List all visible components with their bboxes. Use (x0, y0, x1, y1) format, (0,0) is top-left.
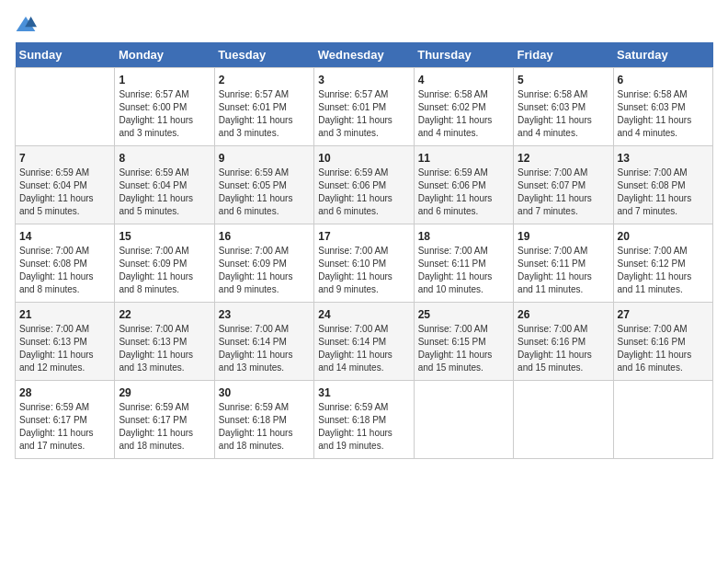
calendar-cell: 11Sunrise: 6:59 AMSunset: 6:06 PMDayligh… (414, 146, 513, 224)
day-info: Sunrise: 7:00 AMSunset: 6:07 PMDaylight:… (518, 167, 609, 218)
day-info: Sunrise: 6:58 AMSunset: 6:02 PMDaylight:… (418, 88, 509, 140)
calendar-cell: 24Sunrise: 7:00 AMSunset: 6:14 PMDayligh… (314, 303, 414, 381)
day-info: Sunrise: 7:00 AMSunset: 6:08 PMDaylight:… (19, 245, 110, 296)
calendar-cell: 26Sunrise: 7:00 AMSunset: 6:16 PMDayligh… (514, 303, 613, 381)
calendar-cell: 10Sunrise: 6:59 AMSunset: 6:06 PMDayligh… (314, 146, 414, 224)
day-number: 8 (119, 152, 210, 165)
day-info: Sunrise: 7:00 AMSunset: 6:13 PMDaylight:… (19, 323, 110, 374)
calendar-body: 1Sunrise: 6:57 AMSunset: 6:00 PMDaylight… (16, 68, 713, 459)
day-info: Sunrise: 6:59 AMSunset: 6:06 PMDaylight:… (418, 167, 509, 218)
day-info: Sunrise: 7:00 AMSunset: 6:09 PMDaylight:… (119, 245, 210, 296)
calendar-cell: 4Sunrise: 6:58 AMSunset: 6:02 PMDaylight… (414, 68, 513, 146)
day-number: 12 (518, 152, 609, 165)
day-number: 19 (518, 230, 609, 243)
calendar-cell: 15Sunrise: 7:00 AMSunset: 6:09 PMDayligh… (115, 224, 214, 303)
day-number: 18 (418, 230, 509, 243)
header (15, 15, 713, 33)
calendar-cell (514, 381, 613, 459)
calendar-header: SundayMondayTuesdayWednesdayThursdayFrid… (16, 42, 713, 68)
calendar-cell: 13Sunrise: 7:00 AMSunset: 6:08 PMDayligh… (613, 146, 712, 224)
header-day-monday: Monday (115, 42, 214, 68)
day-info: Sunrise: 7:00 AMSunset: 6:16 PMDaylight:… (618, 323, 709, 374)
day-info: Sunrise: 7:00 AMSunset: 6:14 PMDaylight:… (318, 323, 409, 374)
calendar-week-3: 14Sunrise: 7:00 AMSunset: 6:08 PMDayligh… (16, 224, 713, 303)
calendar-cell: 16Sunrise: 7:00 AMSunset: 6:09 PMDayligh… (214, 224, 313, 303)
calendar-cell (414, 381, 513, 459)
calendar-cell: 23Sunrise: 7:00 AMSunset: 6:14 PMDayligh… (214, 303, 313, 381)
day-info: Sunrise: 6:59 AMSunset: 6:06 PMDaylight:… (318, 167, 409, 218)
calendar-cell: 22Sunrise: 7:00 AMSunset: 6:13 PMDayligh… (115, 303, 214, 381)
day-number: 25 (418, 308, 509, 321)
day-number: 1 (119, 74, 210, 86)
header-day-thursday: Thursday (414, 42, 513, 68)
day-info: Sunrise: 6:57 AMSunset: 6:00 PMDaylight:… (119, 88, 210, 140)
header-day-sunday: Sunday (16, 42, 115, 68)
calendar-cell: 30Sunrise: 6:59 AMSunset: 6:18 PMDayligh… (214, 381, 313, 459)
logo-icon (15, 15, 37, 33)
day-number: 13 (618, 152, 709, 165)
calendar-cell: 19Sunrise: 7:00 AMSunset: 6:11 PMDayligh… (514, 224, 613, 303)
day-info: Sunrise: 7:00 AMSunset: 6:12 PMDaylight:… (618, 245, 709, 296)
day-number: 20 (618, 230, 709, 243)
day-number: 26 (518, 308, 609, 321)
calendar-cell: 21Sunrise: 7:00 AMSunset: 6:13 PMDayligh… (16, 303, 115, 381)
calendar-cell: 9Sunrise: 6:59 AMSunset: 6:05 PMDaylight… (214, 146, 313, 224)
day-number: 17 (318, 230, 409, 243)
calendar-cell: 29Sunrise: 6:59 AMSunset: 6:17 PMDayligh… (115, 381, 214, 459)
day-info: Sunrise: 7:00 AMSunset: 6:11 PMDaylight:… (518, 245, 609, 296)
day-number: 5 (518, 74, 609, 86)
day-number: 4 (418, 74, 509, 86)
logo (15, 15, 40, 33)
day-number: 30 (219, 386, 310, 399)
calendar-cell: 14Sunrise: 7:00 AMSunset: 6:08 PMDayligh… (16, 224, 115, 303)
day-number: 7 (19, 152, 110, 165)
calendar-cell: 3Sunrise: 6:57 AMSunset: 6:01 PMDaylight… (314, 68, 414, 146)
calendar-week-2: 7Sunrise: 6:59 AMSunset: 6:04 PMDaylight… (16, 146, 713, 224)
calendar-cell: 28Sunrise: 6:59 AMSunset: 6:17 PMDayligh… (16, 381, 115, 459)
calendar-table: SundayMondayTuesdayWednesdayThursdayFrid… (15, 42, 713, 459)
header-day-friday: Friday (514, 42, 613, 68)
day-number: 29 (119, 386, 210, 399)
calendar-week-4: 21Sunrise: 7:00 AMSunset: 6:13 PMDayligh… (16, 303, 713, 381)
calendar-cell (613, 381, 712, 459)
calendar-cell: 27Sunrise: 7:00 AMSunset: 6:16 PMDayligh… (613, 303, 712, 381)
day-number: 24 (318, 308, 409, 321)
header-day-saturday: Saturday (613, 42, 712, 68)
calendar-cell: 7Sunrise: 6:59 AMSunset: 6:04 PMDaylight… (16, 146, 115, 224)
calendar-cell: 5Sunrise: 6:58 AMSunset: 6:03 PMDaylight… (514, 68, 613, 146)
day-info: Sunrise: 7:00 AMSunset: 6:13 PMDaylight:… (119, 323, 210, 374)
day-info: Sunrise: 7:00 AMSunset: 6:08 PMDaylight:… (618, 167, 709, 218)
day-number: 10 (318, 152, 409, 165)
day-number: 28 (19, 386, 110, 399)
calendar-cell (16, 68, 115, 146)
day-info: Sunrise: 6:59 AMSunset: 6:04 PMDaylight:… (119, 167, 210, 218)
day-info: Sunrise: 6:59 AMSunset: 6:18 PMDaylight:… (219, 401, 310, 453)
day-number: 21 (19, 308, 110, 321)
calendar-cell: 18Sunrise: 7:00 AMSunset: 6:11 PMDayligh… (414, 224, 513, 303)
day-number: 6 (618, 74, 709, 86)
day-info: Sunrise: 6:59 AMSunset: 6:17 PMDaylight:… (119, 401, 210, 453)
day-info: Sunrise: 6:59 AMSunset: 6:18 PMDaylight:… (318, 401, 409, 453)
day-number: 27 (618, 308, 709, 321)
day-number: 11 (418, 152, 509, 165)
day-number: 3 (318, 74, 409, 86)
calendar-cell: 6Sunrise: 6:58 AMSunset: 6:03 PMDaylight… (613, 68, 712, 146)
day-number: 16 (219, 230, 310, 243)
day-info: Sunrise: 7:00 AMSunset: 6:16 PMDaylight:… (518, 323, 609, 374)
day-info: Sunrise: 6:58 AMSunset: 6:03 PMDaylight:… (518, 88, 609, 140)
calendar-week-1: 1Sunrise: 6:57 AMSunset: 6:00 PMDaylight… (16, 68, 713, 146)
day-info: Sunrise: 6:59 AMSunset: 6:04 PMDaylight:… (19, 167, 110, 218)
day-number: 22 (119, 308, 210, 321)
header-day-wednesday: Wednesday (314, 42, 414, 68)
day-info: Sunrise: 6:57 AMSunset: 6:01 PMDaylight:… (318, 88, 409, 140)
day-number: 9 (219, 152, 310, 165)
calendar-week-5: 28Sunrise: 6:59 AMSunset: 6:17 PMDayligh… (16, 381, 713, 459)
calendar-cell: 25Sunrise: 7:00 AMSunset: 6:15 PMDayligh… (414, 303, 513, 381)
calendar-cell: 17Sunrise: 7:00 AMSunset: 6:10 PMDayligh… (314, 224, 414, 303)
calendar-cell: 20Sunrise: 7:00 AMSunset: 6:12 PMDayligh… (613, 224, 712, 303)
day-info: Sunrise: 7:00 AMSunset: 6:15 PMDaylight:… (418, 323, 509, 374)
day-number: 15 (119, 230, 210, 243)
day-info: Sunrise: 7:00 AMSunset: 6:11 PMDaylight:… (418, 245, 509, 296)
day-number: 31 (318, 386, 409, 399)
day-info: Sunrise: 7:00 AMSunset: 6:14 PMDaylight:… (219, 323, 310, 374)
